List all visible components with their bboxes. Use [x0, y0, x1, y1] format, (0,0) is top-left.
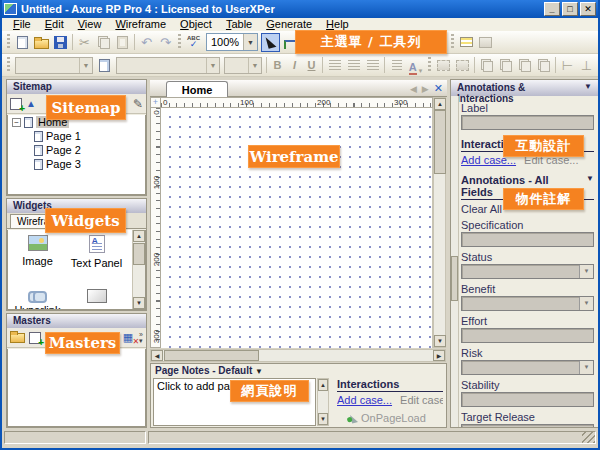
widget-text-panel[interactable]: A Text Panel	[67, 235, 126, 285]
stability-input[interactable]	[461, 392, 594, 407]
toolbar-grip[interactable]	[428, 57, 431, 73]
bring-front-icon[interactable]	[477, 56, 496, 75]
dropdown-icon[interactable]: ▼	[584, 82, 592, 96]
edit-page-icon[interactable]: ✎	[133, 98, 143, 110]
open-master-icon[interactable]	[10, 333, 25, 343]
onpageload-event[interactable]: OnPageLoad	[351, 412, 443, 424]
close-button[interactable]: ✕	[580, 2, 596, 16]
scroll-up-icon[interactable]: ▲	[434, 98, 446, 110]
minimize-button[interactable]: _	[544, 2, 560, 16]
widgets-scrollbar[interactable]: ▲ ▼	[132, 230, 145, 309]
widget-image[interactable]: Image	[8, 235, 67, 285]
toolbar-grip[interactable]	[7, 34, 10, 50]
tab-home[interactable]: Home	[166, 81, 228, 97]
bold-icon[interactable]: B	[269, 57, 286, 74]
style-combo[interactable]: ▼	[15, 57, 93, 74]
save-icon[interactable]	[51, 33, 70, 52]
tab-prev-icon[interactable]: ◀	[410, 84, 417, 94]
maximize-button[interactable]: □	[562, 2, 578, 16]
widget-rectangle[interactable]: Rectangle	[67, 285, 126, 310]
risk-select[interactable]	[461, 360, 594, 375]
group-icon[interactable]	[434, 56, 453, 75]
widget-hyperlink[interactable]: Hyperlink	[8, 285, 67, 310]
ungroup-icon[interactable]	[453, 56, 472, 75]
expander-icon[interactable]: −	[12, 118, 21, 127]
tree-item-page3[interactable]: Page 3	[8, 157, 145, 171]
table-icon[interactable]	[457, 33, 476, 52]
align-left-icon[interactable]	[325, 56, 344, 75]
menu-edit[interactable]: Edit	[38, 18, 71, 31]
cut-icon[interactable]: ✂	[75, 33, 94, 52]
rotate-left-icon[interactable]: ⊢	[558, 56, 577, 75]
toolbar-grip[interactable]	[178, 34, 181, 50]
bring-forward-icon[interactable]	[515, 56, 534, 75]
canvas-vertical-scrollbar[interactable]: ▲ ▼	[433, 97, 446, 348]
align-right-icon[interactable]	[363, 56, 382, 75]
scroll-down-icon[interactable]: ▼	[318, 413, 328, 425]
new-icon[interactable]	[13, 33, 32, 52]
rotate-right-icon[interactable]: ⊥	[577, 56, 596, 75]
font-size-combo[interactable]: ▼	[224, 57, 262, 74]
scroll-left-icon[interactable]: ◀	[151, 350, 163, 361]
annotations-scrollbar[interactable]	[451, 96, 459, 427]
open-icon[interactable]	[32, 33, 51, 52]
toolbar-grip[interactable]	[7, 57, 10, 73]
page-notes-scrollbar[interactable]: ▲ ▼	[317, 378, 329, 426]
wireframe-canvas[interactable]	[161, 108, 433, 348]
scroll-thumb[interactable]	[451, 256, 458, 301]
scroll-up-icon[interactable]: ▲	[133, 230, 145, 242]
font-color-icon[interactable]: A▾	[406, 56, 425, 75]
scroll-right-icon[interactable]: ▶	[433, 350, 445, 361]
add-case-link[interactable]: Add case...	[337, 394, 392, 406]
font-combo[interactable]: ▼	[116, 57, 220, 74]
toolbar-grip[interactable]	[451, 34, 454, 50]
delete-master-icon[interactable]: ▦	[123, 331, 133, 344]
scroll-thumb[interactable]	[133, 243, 145, 265]
scroll-thumb[interactable]	[164, 350, 259, 361]
scroll-up-icon[interactable]: ▲	[318, 379, 328, 391]
target-release-input[interactable]	[461, 424, 594, 427]
scroll-thumb[interactable]	[434, 110, 446, 174]
move-up-icon[interactable]: ▲	[26, 99, 36, 109]
zoom-dropdown-icon[interactable]: ▼	[243, 34, 257, 50]
resize-grip[interactable]	[582, 431, 595, 443]
insert-column-icon[interactable]	[476, 33, 495, 52]
send-back-icon[interactable]	[496, 56, 515, 75]
panel-overflow-icon[interactable]: »▾	[139, 332, 143, 344]
menu-wireframe[interactable]: Wireframe	[108, 18, 173, 31]
title-bar[interactable]: Untitled - Axure RP Pro 4 : Licensed to …	[2, 0, 598, 18]
apply-style-icon[interactable]	[95, 56, 114, 75]
status-select[interactable]	[461, 264, 594, 279]
scroll-down-icon[interactable]: ▼	[434, 335, 446, 347]
effort-input[interactable]	[461, 328, 594, 343]
menu-file[interactable]: File	[6, 18, 38, 31]
benefit-select[interactable]	[461, 296, 594, 311]
send-backward-icon[interactable]	[534, 56, 553, 75]
tree-item-page2[interactable]: Page 2	[8, 143, 145, 157]
tab-close-icon[interactable]: ✕	[434, 82, 443, 95]
dropdown-icon[interactable]: ▼	[255, 367, 263, 376]
label-field-input[interactable]	[461, 115, 594, 130]
underline-icon[interactable]: U	[303, 57, 320, 74]
tab-next-icon[interactable]: ▶	[422, 84, 429, 94]
pointer-tool-icon[interactable]	[261, 33, 280, 52]
menu-object[interactable]: Object	[173, 18, 219, 31]
paste-icon[interactable]	[113, 33, 132, 52]
bullet-list-icon[interactable]	[387, 56, 406, 75]
specification-input[interactable]	[461, 232, 594, 247]
italic-icon[interactable]: I	[286, 57, 303, 74]
copy-icon[interactable]	[94, 33, 113, 52]
dropdown-icon[interactable]: ▼	[586, 174, 594, 198]
tree-item-page1[interactable]: Page 1	[8, 129, 145, 143]
menu-table[interactable]: Table	[219, 18, 259, 31]
scroll-down-icon[interactable]: ▼	[133, 297, 145, 309]
align-center-icon[interactable]	[344, 56, 363, 75]
spellcheck-icon[interactable]: ABC✓	[184, 33, 203, 52]
menu-view[interactable]: View	[71, 18, 109, 31]
page-notes-header[interactable]: Page Notes - Default ▼	[151, 364, 446, 377]
add-master-icon[interactable]	[29, 332, 41, 344]
edit-case-link[interactable]: Edit case...	[400, 394, 443, 406]
undo-icon[interactable]: ↶	[137, 33, 156, 52]
canvas-horizontal-scrollbar[interactable]: ◀ ▶	[150, 349, 446, 362]
add-page-icon[interactable]	[10, 98, 22, 110]
